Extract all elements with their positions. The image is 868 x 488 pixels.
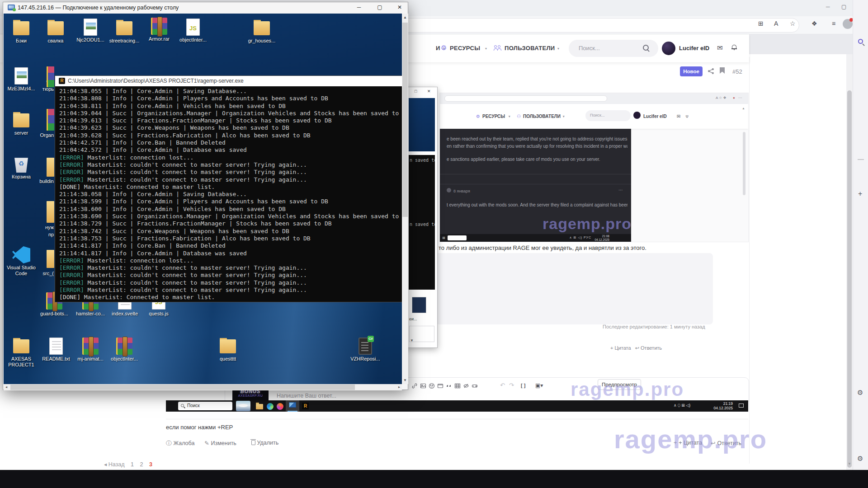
quote-button[interactable]: + Цитата	[610, 345, 631, 351]
embedded-notification-icon	[739, 404, 744, 408]
report-button[interactable]: ⓘЖалоба	[166, 440, 194, 447]
bell-icon[interactable]	[731, 45, 737, 50]
bookmark-icon[interactable]	[720, 67, 725, 75]
scroll-down-arrow[interactable]: ▼	[402, 378, 408, 382]
console-line: 21:04:42.572 | Info | Core.Admin | Datab…	[59, 146, 402, 154]
desktop-icon[interactable]: objectInter...	[176, 19, 210, 43]
desktop-icon[interactable]: Armor.rar	[142, 18, 176, 42]
browser-minimize-button[interactable]: ─	[826, 4, 830, 10]
start-icon: ⊞	[442, 236, 445, 240]
rdp-horizontal-scrollbar[interactable]: ◂ ▸	[4, 384, 402, 390]
desktop-icon[interactable]: MzE3MzI4...	[4, 67, 38, 92]
rdp-close-button[interactable]: ✕	[393, 4, 406, 10]
post-number[interactable]: #52	[732, 68, 742, 75]
delete-button[interactable]: Удалить	[251, 440, 278, 446]
rdp-vertical-scrollbar[interactable]: ▲ ▼	[402, 14, 408, 384]
settings-gear-icon[interactable]: ⚙	[857, 389, 863, 397]
reply-button[interactable]: Ответить	[641, 345, 662, 351]
desktop-icon[interactable]: streetracing...	[107, 19, 142, 44]
rdp-titlebar[interactable]: 147.45.216.16 — Подключение к удаленному…	[3, 2, 408, 14]
reply-placeholder[interactable]: Напишите Ваш ответ...	[277, 393, 336, 399]
settings-gear-icon[interactable]: ⚙	[857, 455, 863, 463]
console-log[interactable]: 21:04:38.055 | Info | Core.Admin | Savin…	[55, 86, 402, 303]
redo-icon[interactable]: ↷	[509, 382, 514, 389]
rdp-window[interactable]: 147.45.216.16 — Подключение к удаленному…	[3, 2, 408, 390]
browser-maximize-button[interactable]: ▢	[841, 4, 846, 10]
read-aloud-icon[interactable]: A	[774, 20, 778, 27]
search-input[interactable]: Поиск...	[569, 40, 658, 57]
username[interactable]: Lucifer elD	[679, 45, 709, 52]
nav-item-resources[interactable]: РЕСУРСЫ	[450, 45, 480, 52]
desktop-icon[interactable]: Бэки	[4, 19, 38, 44]
nav-item-cut[interactable]: И	[436, 45, 440, 52]
attachment-text: en rather than confirming that you were …	[447, 144, 627, 149]
desktop-icon[interactable]: mj-animat...	[73, 338, 108, 362]
scroll-up-arrow[interactable]: ▲	[402, 15, 408, 19]
extensions-icon[interactable]: ❖	[811, 20, 817, 27]
image-icon[interactable]	[420, 383, 426, 389]
quote-reply-row[interactable]: + Цитата ↩ Ответить	[610, 345, 662, 351]
window-maximize-button[interactable]: □	[415, 89, 417, 94]
ragemp-server-console[interactable]: R C:\Users\Administrator\Desktop\AXESAS …	[55, 75, 402, 302]
desktop-icon[interactable]: questttt	[211, 338, 245, 362]
gamepad-icon[interactable]	[472, 383, 478, 389]
pagination-page-1[interactable]: 1	[131, 461, 134, 468]
attachment-tray-icons: ∧ ⊞ ◁) РУС	[569, 236, 591, 239]
rdp-hscroll-thumb[interactable]	[10, 385, 355, 390]
pagination-back[interactable]: ◂ Назад	[104, 461, 125, 468]
desktop-icon[interactable]: gr_houses...	[245, 19, 279, 44]
profile-avatar[interactable]	[843, 19, 853, 29]
quote-button[interactable]: ++ Цитата	[674, 440, 702, 446]
rdp-desktop[interactable]: БэкисвалкаNjc2ODU1...streetracing...Armo…	[4, 14, 402, 384]
rdp-maximize-button[interactable]: ▢	[373, 4, 387, 10]
edit-button[interactable]: ✎Изменить	[204, 440, 236, 446]
reply-button[interactable]: ↩Ответить	[711, 440, 741, 446]
scroll-left-arrow[interactable]: ◂	[5, 385, 7, 389]
desktop-icon[interactable]: Njc2ODU1...	[73, 19, 108, 43]
console-line: 21:04:39.623 | Succ | Core.Weapons | Wea…	[59, 124, 402, 131]
preview-button[interactable]: Предпросмотр	[598, 379, 641, 390]
browser-scrollbar-thumb[interactable]	[847, 90, 852, 468]
split-screen-icon[interactable]: ⊞	[758, 20, 764, 27]
undo-icon[interactable]: ↶	[500, 382, 505, 389]
spoiler-eye-icon[interactable]	[463, 383, 469, 389]
desktop-icon[interactable]: server	[4, 112, 38, 136]
share-icon[interactable]	[708, 68, 714, 76]
favorite-star-icon[interactable]: ☆	[790, 20, 796, 27]
search-icon[interactable]	[643, 45, 649, 51]
quote-icon[interactable]	[446, 383, 452, 389]
scroll-down-arrow[interactable]: ▼	[848, 462, 851, 466]
link-icon[interactable]	[411, 383, 418, 389]
background-window-strip[interactable]: □ ✕ n saved to n saved to еи... ▼	[406, 87, 438, 348]
console-titlebar[interactable]: R C:\Users\Administrator\Desktop\AXESAS …	[55, 76, 402, 86]
desktop-icon[interactable]: свалка	[38, 19, 73, 44]
desktop-icon[interactable]: AXESASPROJECT1	[4, 338, 38, 368]
sidebar-add-icon[interactable]: +	[858, 190, 862, 198]
source-code-button[interactable]: [ ]	[521, 383, 525, 388]
rdp-vscroll-thumb[interactable]	[402, 23, 408, 217]
desktop-icon[interactable]: README.txt	[39, 338, 73, 362]
pagination-page-2[interactable]: 2	[140, 461, 143, 468]
desktop-icon[interactable]: objectInter...	[107, 338, 142, 362]
console-line: 21:14:38.058 | Info | Core.Admin | Savin…	[59, 191, 402, 198]
image-dropdown-icon[interactable]: ▣▾	[535, 382, 543, 389]
desktop-icon-label: Code	[4, 271, 38, 277]
post-attachment-screenshot[interactable]: A ☆ ❖ ● ⋯ ⚙ РЕСУРСЫ ▾ ⚇ ПОЛЬЗОВАТЕЛИ ▾ П…	[440, 93, 748, 242]
media-icon[interactable]	[437, 383, 443, 389]
desktop-icon[interactable]: Visual StudioCode	[4, 246, 38, 277]
mail-icon[interactable]: ✉	[717, 44, 723, 52]
rdp-minimize-button[interactable]: ─	[352, 4, 366, 10]
desktop-icon[interactable]: VZHReposi...	[348, 338, 382, 362]
desktop-icon[interactable]: Корзина	[4, 155, 38, 180]
window-close-button[interactable]: ✕	[427, 89, 431, 94]
attachment-post-date: 8 января	[453, 189, 470, 193]
pagination-page-3-current[interactable]: 3	[149, 461, 152, 468]
user-avatar[interactable]	[662, 42, 675, 55]
pagination[interactable]: ◂ Назад 1 2 3	[104, 461, 157, 468]
scroll-right-arrow[interactable]: ▸	[398, 385, 400, 389]
smiley-icon[interactable]	[429, 383, 435, 389]
nav-item-users[interactable]: ПОЛЬЗОВАТЕЛИ	[505, 45, 555, 52]
favorites-list-icon[interactable]: ≡	[832, 20, 835, 27]
table-icon[interactable]	[454, 383, 461, 389]
forum-card-edge	[749, 57, 750, 464]
